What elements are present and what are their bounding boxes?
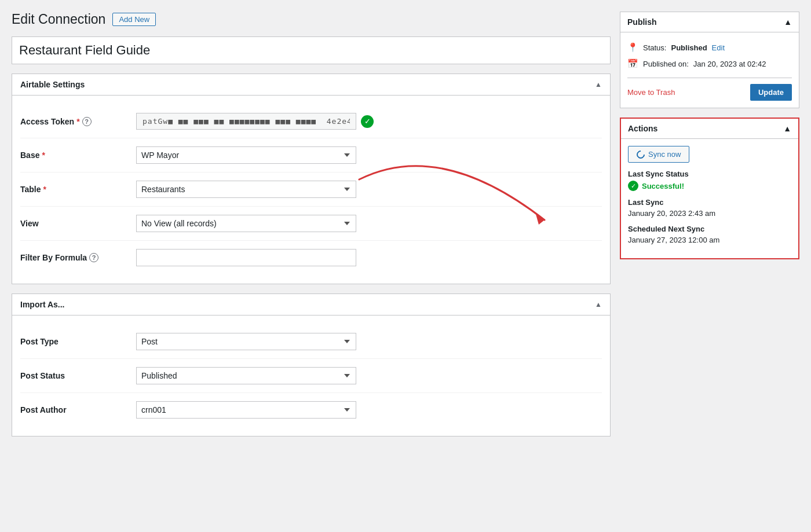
actions-panel: Actions ▲ Sync now Last Sync Status ✓ Su…: [620, 118, 799, 259]
last-sync-status-label: Last Sync Status: [628, 170, 791, 178]
filter-formula-control: [136, 249, 602, 266]
publish-panel: Publish ▲ 📍 Status: Published Edit 📅 Pub…: [620, 12, 799, 108]
import-as-panel: Import As... ▲ Post Type Post: [12, 293, 611, 436]
publish-actions-row: Move to Trash Update: [627, 78, 792, 101]
filter-formula-input[interactable]: [136, 249, 356, 266]
published-on-row: 📅 Published on: Jan 20, 2023 at 02:42: [627, 56, 792, 72]
publish-panel-header[interactable]: Publish ▲: [620, 12, 799, 32]
sync-now-label: Sync now: [648, 150, 681, 159]
publish-panel-body: 📍 Status: Published Edit 📅 Published on:…: [620, 32, 799, 108]
base-label: Base *: [20, 151, 136, 160]
required-star: *: [43, 185, 46, 194]
success-icon: ✓: [628, 181, 638, 191]
sync-icon: [635, 149, 646, 160]
access-token-control: ✓: [136, 113, 602, 130]
view-control: No View (all records): [136, 215, 602, 232]
connection-title-input[interactable]: [12, 36, 611, 64]
actions-panel-body: Sync now Last Sync Status ✓ Successful! …: [621, 139, 798, 258]
status-row: 📍 Status: Published Edit: [627, 39, 792, 56]
post-type-control: Post: [136, 333, 602, 350]
post-author-label: Post Author: [20, 405, 136, 414]
post-status-select[interactable]: Published Draft: [136, 367, 356, 384]
airtable-settings-label: Airtable Settings: [20, 80, 85, 89]
status-value: Published: [671, 43, 707, 52]
import-as-header[interactable]: Import As... ▲: [12, 294, 610, 315]
calendar-icon: 📅: [627, 58, 638, 69]
move-to-trash-link[interactable]: Move to Trash: [627, 88, 675, 97]
airtable-settings-chevron-icon: ▲: [595, 80, 602, 89]
actions-chevron-icon: ▲: [783, 124, 791, 133]
access-token-input[interactable]: [136, 113, 356, 130]
required-star: *: [42, 151, 45, 160]
table-label: Table *: [20, 185, 136, 194]
filter-formula-label: Filter By Formula ?: [20, 253, 136, 262]
import-as-label: Import As...: [20, 300, 65, 309]
status-label: Status:: [643, 43, 666, 52]
actions-panel-header[interactable]: Actions ▲: [621, 119, 798, 139]
post-type-label: Post Type: [20, 337, 136, 346]
scheduled-next-sync-value: January 27, 2023 12:00 am: [628, 236, 791, 244]
filter-formula-help-icon[interactable]: ?: [89, 253, 98, 262]
post-author-control: crn001: [136, 401, 602, 419]
status-icon: 📍: [627, 42, 638, 53]
publish-chevron-icon: ▲: [784, 17, 792, 27]
status-edit-link[interactable]: Edit: [712, 43, 725, 52]
airtable-settings-header[interactable]: Airtable Settings ▲: [12, 74, 610, 96]
post-status-row: Post Status Published Draft: [20, 359, 602, 393]
published-on-value: Jan 20, 2023 at 02:42: [693, 60, 766, 68]
actions-panel-title: Actions: [628, 124, 657, 133]
base-select[interactable]: WP Mayor: [136, 146, 356, 164]
last-sync-status-value: Successful!: [642, 182, 684, 190]
table-select[interactable]: Restaurants: [136, 181, 356, 198]
publish-panel-title: Publish: [627, 17, 657, 27]
table-row: Table * Restaurants: [20, 173, 602, 207]
required-star: *: [76, 117, 79, 126]
import-as-chevron-icon: ▲: [595, 300, 602, 309]
post-author-select[interactable]: crn001: [136, 401, 356, 419]
scheduled-next-sync-label: Scheduled Next Sync: [628, 225, 791, 233]
post-status-control: Published Draft: [136, 367, 602, 384]
access-token-row: Access Token * ? ✓: [20, 105, 602, 138]
post-type-row: Post Type Post: [20, 325, 602, 359]
post-author-row: Post Author crn001: [20, 393, 602, 427]
page-title: Edit Connection: [12, 12, 105, 27]
view-label: View: [20, 219, 136, 228]
post-status-label: Post Status: [20, 371, 136, 380]
filter-formula-row: Filter By Formula ?: [20, 241, 602, 274]
last-sync-value: January 20, 2023 2:43 am: [628, 209, 791, 218]
sync-now-button[interactable]: Sync now: [628, 146, 689, 163]
published-on-label: Published on:: [643, 60, 689, 68]
post-type-select[interactable]: Post: [136, 333, 356, 350]
base-row: Base * WP Mayor: [20, 138, 602, 173]
view-select[interactable]: No View (all records): [136, 215, 356, 232]
airtable-settings-panel: Airtable Settings ▲ Access Token * ? ✓: [12, 74, 611, 284]
access-token-help-icon[interactable]: ?: [82, 117, 92, 126]
last-sync-label: Last Sync: [628, 198, 791, 207]
table-control: Restaurants: [136, 181, 602, 198]
last-sync-status-row: ✓ Successful!: [628, 181, 791, 191]
access-token-valid-icon: ✓: [361, 115, 374, 128]
base-control: WP Mayor: [136, 146, 602, 164]
update-button[interactable]: Update: [750, 84, 792, 101]
view-row: View No View (all records): [20, 207, 602, 241]
access-token-label: Access Token * ?: [20, 117, 136, 126]
add-new-button[interactable]: Add New: [112, 13, 156, 26]
